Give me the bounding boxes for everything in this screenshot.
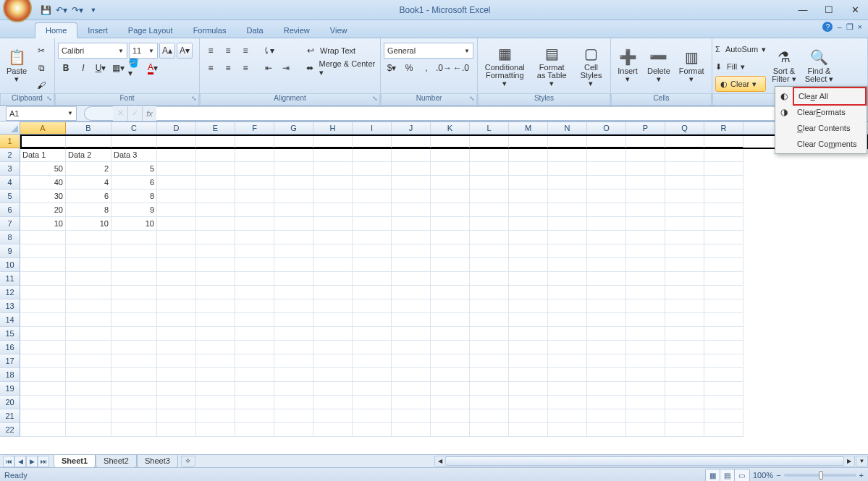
- cell[interactable]: [313, 327, 353, 341]
- tab-insert[interactable]: Insert: [77, 23, 118, 38]
- cell[interactable]: [66, 258, 111, 272]
- cell[interactable]: [509, 286, 548, 299]
- cell[interactable]: [66, 244, 111, 258]
- cell[interactable]: [704, 299, 743, 313]
- cell[interactable]: [704, 286, 743, 299]
- font-size-dropdown[interactable]: 11▼: [129, 43, 158, 59]
- cell[interactable]: [392, 162, 431, 176]
- tab-formulas[interactable]: Formulas: [183, 23, 237, 38]
- cell[interactable]: [587, 341, 626, 354]
- row-header[interactable]: 10: [0, 258, 20, 272]
- cell[interactable]: [196, 299, 235, 313]
- cell[interactable]: [235, 190, 274, 203]
- customize-qat-icon[interactable]: ▼: [87, 4, 100, 17]
- row-header[interactable]: 7: [0, 217, 20, 231]
- spreadsheet-grid[interactable]: ABCDEFGHIJKLMNOPQR 12Data 1Data 2Data 33…: [0, 122, 868, 454]
- cell[interactable]: [704, 396, 743, 409]
- zoom-level[interactable]: 100%: [753, 471, 773, 480]
- cell[interactable]: [509, 409, 548, 423]
- column-header[interactable]: D: [157, 122, 196, 134]
- cell[interactable]: [157, 409, 196, 423]
- cell[interactable]: [509, 423, 548, 437]
- mdi-minimize-icon[interactable]: –: [837, 22, 841, 31]
- cell[interactable]: [665, 135, 704, 148]
- row-header[interactable]: 22: [0, 423, 20, 437]
- cell[interactable]: [20, 368, 66, 382]
- cell[interactable]: [157, 286, 196, 299]
- cell[interactable]: [431, 203, 470, 217]
- cell[interactable]: [470, 423, 509, 437]
- cell[interactable]: [626, 190, 665, 203]
- row-header[interactable]: 1: [0, 135, 20, 148]
- cell[interactable]: [431, 354, 470, 368]
- row-header[interactable]: 21: [0, 409, 20, 423]
- cell[interactable]: [66, 409, 111, 423]
- cell[interactable]: [235, 396, 274, 409]
- cell[interactable]: [587, 409, 626, 423]
- cell[interactable]: [470, 354, 509, 368]
- fx-icon[interactable]: fx: [142, 106, 156, 121]
- cell[interactable]: [431, 327, 470, 341]
- cell[interactable]: [626, 299, 665, 313]
- cell[interactable]: [626, 162, 665, 176]
- cell[interactable]: [704, 354, 743, 368]
- cell[interactable]: [665, 203, 704, 217]
- cell[interactable]: [20, 313, 66, 327]
- cell[interactable]: [157, 217, 196, 231]
- cell[interactable]: [548, 217, 587, 231]
- cell[interactable]: Data 2: [66, 148, 111, 162]
- column-header[interactable]: I: [353, 122, 392, 134]
- cell[interactable]: [313, 382, 353, 396]
- cell[interactable]: [353, 368, 392, 382]
- zoom-in-button[interactable]: +: [859, 471, 864, 480]
- cell[interactable]: [587, 258, 626, 272]
- cell[interactable]: [196, 286, 235, 299]
- cell[interactable]: [392, 382, 431, 396]
- last-sheet-button[interactable]: ⏭: [38, 456, 49, 467]
- page-layout-view-button[interactable]: ▤: [720, 469, 735, 481]
- cell[interactable]: [626, 244, 665, 258]
- cell[interactable]: [587, 244, 626, 258]
- cell[interactable]: [313, 217, 353, 231]
- cell[interactable]: [20, 396, 66, 409]
- row-header[interactable]: 15: [0, 327, 20, 341]
- format-as-table-button[interactable]: ▤Formatas Table ▾: [532, 40, 572, 92]
- cell[interactable]: 50: [20, 162, 66, 176]
- column-header[interactable]: M: [509, 122, 548, 134]
- tab-review[interactable]: Review: [274, 23, 320, 38]
- cell[interactable]: [235, 176, 274, 190]
- cell[interactable]: [392, 203, 431, 217]
- cell[interactable]: [353, 231, 392, 244]
- column-header[interactable]: G: [274, 122, 313, 134]
- cell[interactable]: [392, 135, 431, 148]
- align-middle-button[interactable]: ≡: [220, 43, 236, 59]
- cell[interactable]: [626, 176, 665, 190]
- cell[interactable]: [548, 135, 587, 148]
- cell[interactable]: [509, 299, 548, 313]
- cell[interactable]: [470, 135, 509, 148]
- cell[interactable]: [626, 231, 665, 244]
- cell[interactable]: [587, 231, 626, 244]
- cell[interactable]: [548, 382, 587, 396]
- cell[interactable]: [313, 272, 353, 286]
- cell[interactable]: [392, 396, 431, 409]
- help-icon[interactable]: ?: [822, 22, 833, 32]
- cell[interactable]: [20, 272, 66, 286]
- cell[interactable]: [20, 286, 66, 299]
- cell[interactable]: [20, 354, 66, 368]
- cell[interactable]: [157, 203, 196, 217]
- cell[interactable]: [274, 409, 313, 423]
- cell[interactable]: [235, 286, 274, 299]
- shrink-font-button[interactable]: A▾: [177, 43, 193, 59]
- column-header[interactable]: F: [235, 122, 274, 134]
- cell[interactable]: [704, 409, 743, 423]
- cell[interactable]: [20, 299, 66, 313]
- cell[interactable]: 20: [20, 203, 66, 217]
- cell[interactable]: [587, 190, 626, 203]
- cell[interactable]: [274, 162, 313, 176]
- sheet-tab[interactable]: Sheet3: [137, 455, 178, 468]
- cell[interactable]: [20, 341, 66, 354]
- cell[interactable]: [704, 341, 743, 354]
- zoom-out-button[interactable]: −: [776, 471, 780, 480]
- font-name-dropdown[interactable]: Calibri▼: [58, 43, 127, 59]
